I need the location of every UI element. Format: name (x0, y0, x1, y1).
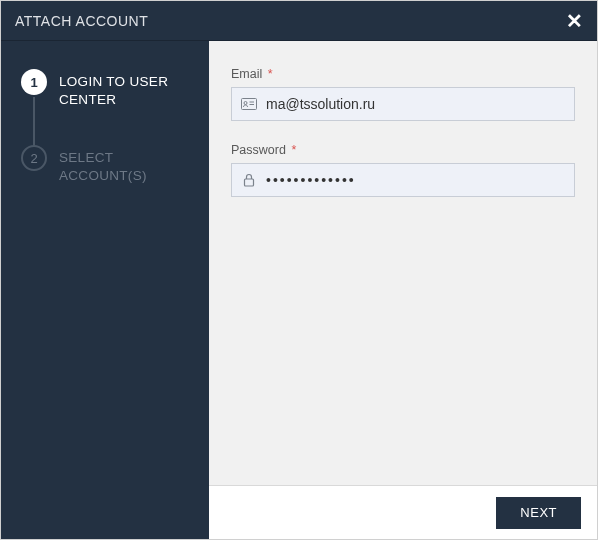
password-input[interactable] (266, 164, 574, 196)
main-panel: Email * (209, 41, 597, 539)
modal-header: ATTACH ACCOUNT ✕ (1, 1, 597, 41)
email-input[interactable] (266, 88, 574, 120)
svg-rect-4 (245, 179, 254, 186)
wizard-sidebar: 1 LOGIN TO USER CENTER 2 SELECT ACCOUNT(… (1, 41, 209, 539)
email-input-wrap (231, 87, 575, 121)
id-card-icon (232, 98, 266, 110)
step-login: 1 LOGIN TO USER CENTER (21, 69, 193, 145)
email-label-text: Email (231, 67, 262, 81)
modal-footer: NEXT (209, 485, 597, 539)
password-label: Password * (231, 143, 575, 157)
step-select-accounts: 2 SELECT ACCOUNT(S) (21, 145, 193, 185)
step-connector (33, 97, 35, 147)
modal-title: ATTACH ACCOUNT (15, 13, 148, 29)
email-label: Email * (231, 67, 575, 81)
required-marker: * (291, 143, 296, 157)
password-field-group: Password * (231, 143, 575, 197)
next-button[interactable]: NEXT (496, 497, 581, 529)
close-icon[interactable]: ✕ (566, 11, 584, 31)
password-label-text: Password (231, 143, 286, 157)
step-number: 1 (21, 69, 47, 95)
required-marker: * (268, 67, 273, 81)
step-label: LOGIN TO USER CENTER (59, 69, 193, 109)
password-input-wrap (231, 163, 575, 197)
step-label: SELECT ACCOUNT(S) (59, 145, 193, 185)
attach-account-modal: ATTACH ACCOUNT ✕ 1 LOGIN TO USER CENTER … (0, 0, 598, 540)
step-number: 2 (21, 145, 47, 171)
modal-body: 1 LOGIN TO USER CENTER 2 SELECT ACCOUNT(… (1, 41, 597, 539)
email-field-group: Email * (231, 67, 575, 121)
login-form: Email * (209, 41, 597, 485)
svg-rect-0 (242, 99, 257, 110)
lock-icon (232, 173, 266, 187)
svg-point-1 (244, 102, 247, 105)
